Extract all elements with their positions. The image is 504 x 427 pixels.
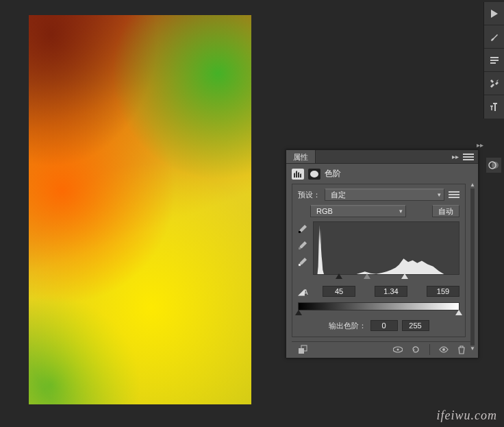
preset-menu-icon[interactable] <box>449 190 459 199</box>
levels-controls: 预设： 自定 ▾ RGB ▾ 自动 <box>292 184 466 337</box>
preset-select[interactable]: 自定 ▾ <box>325 188 444 201</box>
clip-to-layer-icon[interactable] <box>297 344 308 355</box>
panel-menu-icon[interactable] <box>463 152 474 162</box>
midtone-slider[interactable] <box>364 273 370 279</box>
eyedropper-gray-icon[interactable] <box>298 239 309 250</box>
paragraph-icon[interactable] <box>484 49 504 72</box>
channel-select[interactable]: RGB ▾ <box>310 205 406 217</box>
adjustment-title: 色阶 <box>325 168 341 180</box>
levels-icon <box>292 169 304 180</box>
histogram <box>313 221 459 275</box>
shadow-slider[interactable] <box>336 273 342 279</box>
preset-value: 自定 <box>331 190 346 200</box>
right-panel-strip <box>483 2 504 119</box>
chevron-down-icon: ▾ <box>438 191 441 198</box>
auto-button[interactable]: 自动 <box>432 205 459 217</box>
properties-panel: 属性 ▸▸ 色阶 预设： 自定 ▾ <box>286 149 479 358</box>
svg-rect-4 <box>299 247 301 249</box>
panel-scrollbar[interactable]: ▲ ▼ <box>468 182 477 352</box>
panel-tabbar: 属性 ▸▸ <box>286 150 478 164</box>
preset-label: 预设： <box>298 190 320 200</box>
svg-marker-0 <box>491 10 498 18</box>
eyedropper-white-icon[interactable] <box>298 256 309 267</box>
view-previous-icon[interactable] <box>392 344 403 355</box>
output-low-input[interactable]: 0 <box>370 320 398 331</box>
scroll-up-icon[interactable]: ▲ <box>468 182 477 188</box>
chevron-down-icon: ▾ <box>399 208 403 215</box>
document-canvas[interactable] <box>29 15 251 404</box>
panel-footer <box>292 341 473 356</box>
trash-icon[interactable] <box>456 344 467 355</box>
watermark: ifeiwu.com <box>437 408 498 423</box>
svg-marker-6 <box>314 225 459 275</box>
input-sliders[interactable] <box>313 273 459 280</box>
output-high-slider[interactable] <box>455 310 462 315</box>
svg-rect-3 <box>299 231 301 233</box>
output-label: 输出色阶： <box>329 321 366 331</box>
scroll-down-icon[interactable]: ▼ <box>468 345 477 352</box>
svg-point-9 <box>397 348 399 350</box>
channel-value: RGB <box>316 207 333 215</box>
tab-properties[interactable]: 属性 <box>286 150 316 163</box>
highlight-slider[interactable] <box>401 273 408 279</box>
midtone-input[interactable]: 1.34 <box>375 286 407 297</box>
eyedropper-group <box>298 221 309 280</box>
type-icon[interactable] <box>484 95 504 119</box>
svg-point-10 <box>442 348 445 351</box>
svg-point-2 <box>492 162 499 169</box>
output-low-slider[interactable] <box>295 310 302 315</box>
adjustments-panel-icon[interactable] <box>486 158 501 173</box>
highlight-input[interactable]: 159 <box>427 286 459 297</box>
collapse-icon[interactable]: ▸▸ <box>452 153 459 160</box>
brush-icon[interactable] <box>484 25 504 49</box>
svg-rect-5 <box>299 264 301 266</box>
output-high-input[interactable]: 255 <box>402 320 429 331</box>
panel-header: 色阶 <box>292 168 473 184</box>
expand-handle-icon[interactable]: ▸▸ <box>477 141 483 149</box>
shadow-input[interactable]: 45 <box>323 286 355 297</box>
input-levels-icon: ◢A <box>298 286 316 297</box>
tools-cross-icon[interactable] <box>484 72 504 95</box>
output-gradient[interactable] <box>298 302 459 310</box>
play-icon[interactable] <box>484 2 504 25</box>
panel-body: 色阶 预设： 自定 ▾ RGB ▾ 自动 <box>286 164 478 358</box>
reset-icon[interactable] <box>410 344 421 355</box>
mask-icon[interactable] <box>308 169 320 180</box>
eyedropper-black-icon[interactable] <box>298 223 309 234</box>
visibility-icon[interactable] <box>438 344 449 355</box>
